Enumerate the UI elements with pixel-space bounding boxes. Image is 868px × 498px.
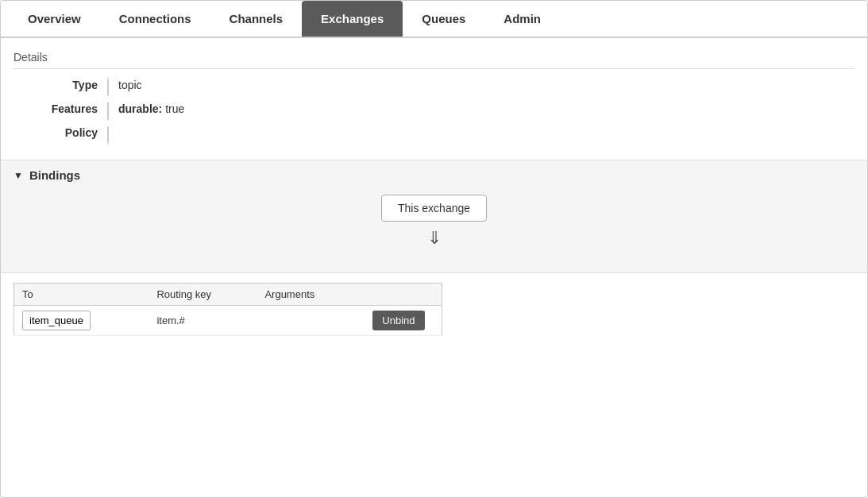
col-header-arguments: Arguments: [257, 284, 365, 306]
bindings-body: This exchange ⇓: [14, 182, 854, 264]
table-cell-to: item_queue: [14, 306, 149, 336]
details-row-policy: Policy: [14, 123, 854, 147]
details-row-features: Features durable: true: [14, 99, 854, 123]
app-container: Overview Connections Channels Exchanges …: [0, 0, 868, 498]
details-section-title: Details: [14, 51, 854, 69]
features-value: true: [165, 102, 184, 115]
details-table: Type topic Features durable: true Policy: [14, 75, 854, 147]
features-key: durable:: [118, 102, 162, 115]
details-value-features: durable: true: [109, 102, 184, 115]
details-value-type: topic: [109, 79, 142, 91]
bindings-title: Bindings: [29, 168, 80, 182]
nav-tabs: Overview Connections Channels Exchanges …: [1, 1, 867, 38]
details-label-type: Type: [14, 79, 109, 96]
tab-channels[interactable]: Channels: [210, 1, 303, 37]
col-header-action: [365, 284, 442, 306]
table-row: item_queue item.# Unbind: [14, 306, 442, 336]
queue-name: item_queue: [22, 311, 91, 330]
bindings-table: To Routing key Arguments item_queue item…: [14, 283, 442, 336]
arrow-down-icon: ⇓: [427, 228, 442, 249]
details-label-features: Features: [14, 102, 109, 120]
unbind-button[interactable]: Unbind: [372, 311, 424, 330]
bindings-chevron-icon: ▼: [14, 170, 23, 181]
tab-queues[interactable]: Queues: [403, 1, 484, 37]
exchange-box: This exchange: [381, 195, 487, 222]
details-row-type: Type topic: [14, 75, 854, 99]
table-cell-routing-key: item.#: [149, 306, 257, 336]
table-cell-arguments: [257, 306, 365, 336]
details-label-policy: Policy: [14, 126, 109, 144]
bindings-table-header-row: To Routing key Arguments: [14, 284, 442, 306]
col-header-to: To: [14, 284, 149, 306]
tab-admin[interactable]: Admin: [484, 1, 560, 37]
bindings-section: ▼ Bindings This exchange ⇓: [1, 160, 867, 273]
bindings-table-wrapper: To Routing key Arguments item_queue item…: [1, 273, 867, 336]
table-cell-action: Unbind: [365, 306, 442, 336]
bindings-header[interactable]: ▼ Bindings: [14, 168, 854, 182]
tab-overview[interactable]: Overview: [9, 1, 100, 37]
col-header-routing-key: Routing key: [149, 284, 257, 306]
main-content: Details Type topic Features durable: tru…: [1, 38, 867, 349]
tab-exchanges[interactable]: Exchanges: [302, 1, 403, 37]
tab-connections[interactable]: Connections: [100, 1, 210, 37]
